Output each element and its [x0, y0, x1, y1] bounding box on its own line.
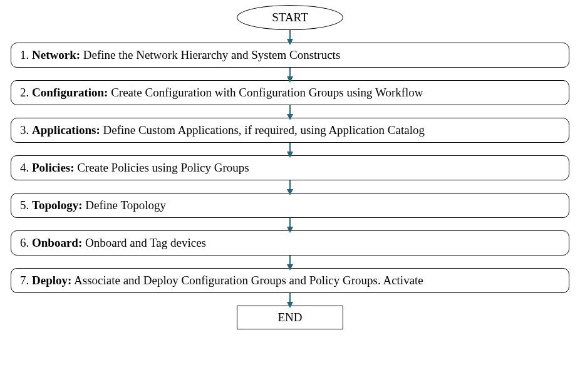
svg-marker-9 — [287, 189, 293, 195]
step-description: Define the Network Hierarchy and System … — [80, 48, 340, 61]
svg-marker-13 — [287, 264, 293, 271]
arrow-icon — [289, 105, 291, 118]
arrow-icon — [289, 293, 291, 306]
step-box: 3. Applications: Define Custom Applicati… — [11, 118, 569, 143]
step-title: Deploy: — [32, 274, 71, 287]
svg-marker-1 — [287, 39, 293, 45]
arrow-icon — [289, 68, 291, 80]
step-number: 3. — [20, 123, 32, 137]
arrow-icon — [289, 30, 291, 43]
steps-container: 1. Network: Define the Network Hierarchy… — [6, 43, 574, 306]
step-description: Define Custom Applications, if required,… — [100, 123, 425, 137]
step-description: Onboard and Tag devices — [82, 236, 206, 249]
step-box: 5. Topology: Define Topology — [11, 193, 569, 218]
step-title: Policies: — [32, 161, 75, 174]
step-title: Configuration: — [32, 86, 108, 99]
arrow-icon — [289, 143, 291, 155]
arrow-icon — [289, 180, 291, 193]
step-description: Create Policies using Policy Groups — [75, 161, 249, 174]
step-number: 7. — [20, 274, 32, 287]
step-box: 7. Deploy: Associate and Deploy Configur… — [11, 268, 569, 293]
arrow-icon — [289, 218, 291, 230]
step-description: Create Configuration with Configuration … — [108, 86, 423, 99]
step-title: Network: — [32, 48, 80, 61]
svg-marker-3 — [287, 76, 293, 83]
start-node: START — [237, 5, 343, 30]
svg-marker-7 — [287, 152, 293, 158]
svg-marker-15 — [287, 302, 293, 308]
step-title: Applications: — [32, 123, 100, 137]
step-box: 1. Network: Define the Network Hierarchy… — [11, 43, 569, 68]
svg-marker-5 — [287, 114, 293, 120]
step-number: 1. — [20, 48, 32, 61]
end-label: END — [277, 311, 302, 324]
step-title: Onboard: — [32, 236, 82, 249]
step-number: 4. — [20, 161, 32, 174]
step-number: 2. — [20, 86, 32, 99]
step-description: Define Topology — [83, 199, 166, 212]
end-node: END — [237, 306, 343, 329]
svg-marker-11 — [287, 227, 293, 233]
step-number: 5. — [20, 199, 32, 212]
step-box: 4. Policies: Create Policies using Polic… — [11, 155, 569, 180]
step-box: 2. Configuration: Create Configuration w… — [11, 80, 569, 105]
start-label: START — [272, 11, 308, 24]
arrow-icon — [289, 255, 291, 268]
step-title: Topology: — [32, 199, 83, 212]
step-description: Associate and Deploy Configuration Group… — [71, 274, 423, 287]
step-box: 6. Onboard: Onboard and Tag devices — [11, 230, 569, 255]
step-number: 6. — [20, 236, 32, 249]
